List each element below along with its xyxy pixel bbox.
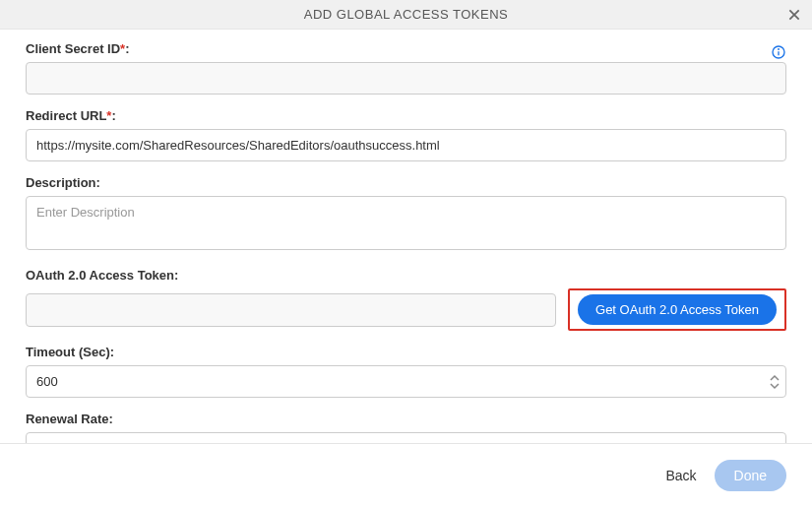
modal-footer: Back Done: [0, 443, 812, 507]
client-secret-group: Client Secret ID*:: [26, 41, 786, 95]
description-input[interactable]: [26, 196, 786, 250]
spinner-up-icon[interactable]: [769, 374, 781, 382]
spinner-down-icon[interactable]: [769, 382, 781, 390]
description-group: Description:: [26, 175, 786, 254]
timeout-input[interactable]: [26, 365, 786, 398]
timeout-label: Timeout (Sec):: [26, 345, 786, 359]
oauth-token-group: OAuth 2.0 Access Token: Get OAuth 2.0 Ac…: [26, 268, 786, 331]
oauth-token-input[interactable]: [26, 293, 556, 327]
modal-body: Client Secret ID*: Redirect URL*: Descri…: [0, 30, 812, 443]
description-label: Description:: [26, 175, 786, 190]
highlight-box: Get OAuth 2.0 Access Token: [568, 288, 786, 331]
modal-title: ADD GLOBAL ACCESS TOKENS: [304, 7, 509, 22]
redirect-url-group: Redirect URL*:: [26, 108, 786, 161]
svg-point-4: [779, 48, 780, 49]
modal-header: ADD GLOBAL ACCESS TOKENS: [0, 0, 812, 30]
timeout-group: Timeout (Sec):: [26, 345, 786, 398]
get-oauth-token-button[interactable]: Get OAuth 2.0 Access Token: [578, 294, 777, 325]
renewal-rate-group: Renewal Rate: Disabled: [26, 412, 786, 443]
done-button[interactable]: Done: [715, 460, 786, 491]
redirect-url-input[interactable]: [26, 129, 786, 161]
back-button[interactable]: Back: [665, 468, 696, 483]
close-icon[interactable]: [786, 7, 802, 23]
client-secret-label: Client Secret ID*:: [26, 41, 130, 56]
number-spinner: [769, 374, 781, 390]
info-icon[interactable]: [771, 44, 786, 60]
client-secret-input[interactable]: [26, 62, 786, 95]
oauth-token-label: OAuth 2.0 Access Token:: [26, 268, 786, 283]
renewal-rate-label: Renewal Rate:: [26, 412, 786, 426]
redirect-url-label: Redirect URL*:: [26, 108, 786, 123]
renewal-rate-select[interactable]: Disabled: [26, 432, 786, 443]
